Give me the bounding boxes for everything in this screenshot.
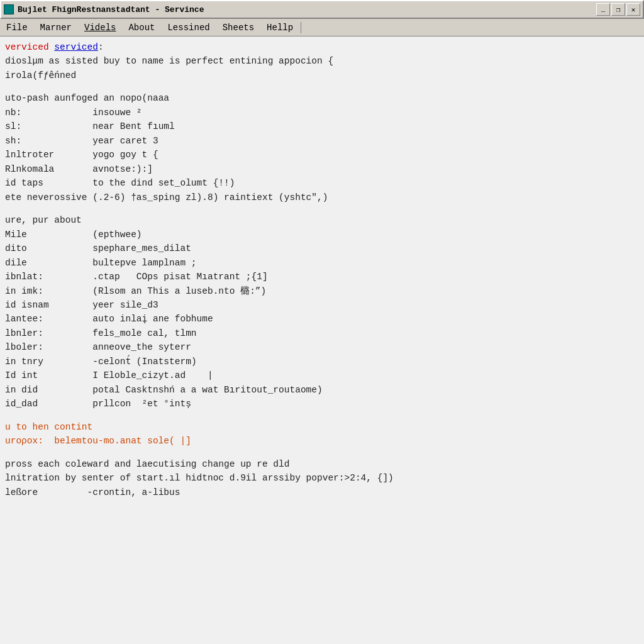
line-17: in imk: (Rlsom an This a luseb.nto 㯝:”) [5, 284, 639, 298]
line-5: nb: insouwe ² [5, 106, 639, 119]
menu-bar: File Marner Videls About Lessined Sheets… [0, 19, 644, 36]
line-4: uto-pash aunfoged an nopo(naaa [5, 91, 639, 105]
app-icon [4, 4, 14, 14]
line-1: verviced serviced: [5, 40, 639, 54]
menu-sheets[interactable]: Sheets [216, 21, 260, 34]
close-button[interactable]: ✕ [626, 3, 640, 16]
menu-about[interactable]: About [122, 21, 161, 34]
minimize-button[interactable]: _ [596, 3, 610, 16]
line-12: ure, pur about [5, 213, 639, 227]
menu-marner[interactable]: Marner [34, 21, 78, 34]
title-bar: Bujlet FhignRestnanstadtant - Servince _… [0, 0, 644, 19]
line-6: sl: near Bent fıuml [5, 119, 639, 133]
line-29: lnitration by senter of start.ıl hidtnoc… [5, 471, 639, 485]
menu-divider [301, 22, 301, 33]
span-colon: : [98, 42, 104, 52]
content-area: verviced serviced: dioslμm as sisted buy… [0, 36, 644, 644]
line-11: ete neverossive (.2-6) †as_sping zl).8) … [5, 191, 639, 204]
line-20: lbnler: fels_mole cal, tlmn [5, 326, 639, 340]
title-bar-left: Bujlet FhignRestnanstadtant - Servince [4, 4, 204, 14]
line-23: Id int I Еloble_cizyt.ad | [5, 369, 639, 382]
line-7: sh: year caret 3 [5, 134, 639, 148]
line-13: Mile (epthwee) [5, 228, 639, 242]
window: Bujlet FhignRestnanstadtant - Servince _… [0, 0, 644, 644]
line-19: lantеe: auto inlaį ane fobhume [5, 312, 639, 326]
menu-videls[interactable]: Videls [78, 21, 122, 34]
line-9: Rlnkomala avnotse:):] [5, 162, 639, 176]
blank-4 [5, 448, 639, 457]
line-16: ibnlat: .ctap COps pisat Mıatrant ;{1] [5, 270, 639, 284]
line-8: lnltroter yogo goy t { [5, 148, 639, 162]
line-28: pross each coleward and laecutising chan… [5, 457, 639, 471]
restore-button[interactable]: ❐ [611, 3, 625, 16]
line-25: id_dad prllcon ²et °intș [5, 397, 639, 411]
span-serviced: serviced [54, 42, 98, 52]
line-27: uroρox: belemtou-mo.anat sole( |] [5, 434, 639, 448]
line-21: lboler: anneove_the syterr [5, 340, 639, 354]
line-30: leßore -crontin, a-libus [5, 486, 639, 499]
blank-2 [5, 204, 639, 213]
menu-lessined[interactable]: Lessined [161, 21, 216, 34]
title-bar-buttons: _ ❐ ✕ [596, 3, 640, 16]
line-24: in did potal Casktnshń a a wat Bıritout_… [5, 383, 639, 397]
line-2: dioslμm as sisted buy to name is perfect… [5, 54, 639, 68]
window-title: Bujlet FhignRestnanstadtant - Servince [18, 5, 204, 14]
menu-hellp[interactable]: Hellp [260, 21, 299, 34]
line-3: irola(fƒếnned [5, 69, 639, 82]
menu-file[interactable]: File [0, 21, 34, 34]
line-14: dito spephare_mes_dilat [5, 242, 639, 255]
line-22: in tnry -celont́ (Inatsterm) [5, 355, 639, 369]
span-verviced: verviced [5, 42, 54, 52]
blank-1 [5, 82, 639, 91]
line-18: id isnam yeer sile_d3 [5, 298, 639, 312]
line-15: dile bultepve lamplnam ; [5, 256, 639, 270]
line-10: id taps to the dind set_olumt {!!) [5, 176, 639, 190]
blank-3 [5, 411, 639, 420]
line-26: u to hen contint [5, 420, 639, 434]
